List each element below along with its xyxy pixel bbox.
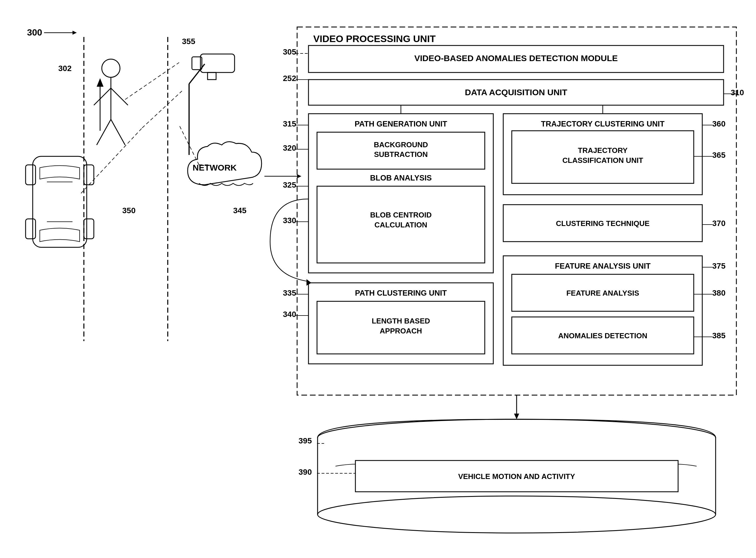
svg-rect-49 xyxy=(308,114,493,273)
svg-rect-88 xyxy=(503,256,702,365)
svg-rect-96 xyxy=(512,317,694,354)
svg-rect-24 xyxy=(192,57,202,70)
svg-text:CALCULATION: CALCULATION xyxy=(374,221,427,229)
svg-text:PATH GENERATION UNIT: PATH GENERATION UNIT xyxy=(355,120,447,128)
svg-text:TRAJECTORY: TRAJECTORY xyxy=(578,146,628,155)
svg-text:302: 302 xyxy=(58,64,72,73)
svg-text:335: 335 xyxy=(283,288,296,297)
svg-text:350: 350 xyxy=(122,206,135,215)
svg-text:APPROACH: APPROACH xyxy=(380,327,422,335)
svg-line-35 xyxy=(81,128,142,193)
svg-text:390: 390 xyxy=(299,467,312,476)
svg-rect-55 xyxy=(317,132,485,169)
svg-rect-15 xyxy=(26,165,35,185)
diagram: 300 302 xyxy=(0,0,756,558)
svg-text:DATA ACQUISITION UNIT: DATA ACQUISITION UNIT xyxy=(465,87,567,97)
svg-text:VIDEO-BASED ANOMALIES DETECTIO: VIDEO-BASED ANOMALIES DETECTION MODULE xyxy=(414,53,618,63)
svg-text:LENGTH BASED: LENGTH BASED xyxy=(372,317,430,325)
svg-text:355: 355 xyxy=(182,37,195,46)
svg-rect-45 xyxy=(308,80,724,105)
svg-text:TRAJECTORY CLUSTERING UNIT: TRAJECTORY CLUSTERING UNIT xyxy=(541,120,665,128)
svg-rect-25 xyxy=(207,73,216,80)
svg-text:360: 360 xyxy=(712,119,726,128)
svg-line-36 xyxy=(142,91,182,128)
svg-text:ANOMALIES DETECTION: ANOMALIES DETECTION xyxy=(558,331,647,340)
svg-rect-16 xyxy=(84,165,94,185)
svg-marker-33 xyxy=(297,174,301,178)
svg-text:CLUSTERING TECHNIQUE: CLUSTERING TECHNIQUE xyxy=(556,219,649,228)
svg-text:FEATURE ANALYSIS: FEATURE ANALYSIS xyxy=(566,289,639,297)
svg-text:385: 385 xyxy=(712,331,726,340)
svg-marker-2 xyxy=(73,31,77,35)
svg-text:370: 370 xyxy=(712,219,726,228)
svg-rect-37 xyxy=(297,27,736,395)
svg-rect-61 xyxy=(317,186,485,263)
svg-text:BACKGROUND: BACKGROUND xyxy=(374,141,428,149)
svg-line-8 xyxy=(111,88,128,105)
svg-point-103 xyxy=(318,419,715,456)
svg-text:NETWORK: NETWORK xyxy=(193,163,237,172)
svg-line-31 xyxy=(179,125,199,165)
svg-text:300: 300 xyxy=(27,27,42,37)
svg-marker-101 xyxy=(514,413,519,419)
svg-point-107 xyxy=(318,496,715,533)
svg-line-34 xyxy=(125,62,179,100)
svg-line-22 xyxy=(189,64,205,84)
svg-text:310: 310 xyxy=(731,88,744,97)
svg-text:DATABASE: DATABASE xyxy=(494,420,539,430)
svg-text:VIDEO PROCESSING UNIT: VIDEO PROCESSING UNIT xyxy=(313,33,436,44)
svg-text:340: 340 xyxy=(283,310,296,319)
svg-rect-84 xyxy=(503,205,702,242)
svg-rect-41 xyxy=(308,46,724,73)
svg-text:380: 380 xyxy=(712,288,726,297)
svg-rect-18 xyxy=(84,219,94,239)
svg-text:CLASSIFICATION UNIT: CLASSIFICATION UNIT xyxy=(562,156,643,164)
svg-rect-23 xyxy=(200,54,234,73)
svg-text:PATH CLUSTERING UNIT: PATH CLUSTERING UNIT xyxy=(355,289,447,297)
svg-text:375: 375 xyxy=(712,261,726,270)
svg-rect-14 xyxy=(33,156,87,247)
svg-rect-75 xyxy=(503,114,702,195)
svg-line-10 xyxy=(111,119,125,145)
svg-text:BLOB ANALYSIS: BLOB ANALYSIS xyxy=(370,174,432,182)
svg-text:345: 345 xyxy=(233,206,247,215)
svg-rect-104 xyxy=(318,438,715,514)
svg-line-9 xyxy=(97,119,111,145)
svg-text:315: 315 xyxy=(283,119,296,128)
svg-point-5 xyxy=(102,59,120,77)
svg-text:SUBTRACTION: SUBTRACTION xyxy=(374,150,428,159)
svg-text:325: 325 xyxy=(283,180,296,189)
svg-rect-72 xyxy=(317,301,485,354)
svg-rect-79 xyxy=(512,131,694,183)
svg-marker-116 xyxy=(306,279,311,286)
svg-text:BLOB CENTROID: BLOB CENTROID xyxy=(370,211,432,219)
svg-rect-92 xyxy=(512,274,694,311)
svg-marker-12 xyxy=(97,78,103,87)
svg-text:305: 305 xyxy=(283,48,296,56)
svg-text:252: 252 xyxy=(283,74,296,83)
svg-text:VEHICLE MOTION AND ACTIVITY: VEHICLE MOTION AND ACTIVITY xyxy=(458,472,575,481)
svg-rect-17 xyxy=(26,219,35,239)
svg-text:320: 320 xyxy=(283,144,296,152)
svg-text:FEATURE ANALYSIS UNIT: FEATURE ANALYSIS UNIT xyxy=(555,262,651,270)
svg-text:330: 330 xyxy=(283,216,296,225)
svg-rect-66 xyxy=(308,283,493,364)
svg-rect-108 xyxy=(355,460,678,492)
svg-text:395: 395 xyxy=(299,436,312,445)
svg-line-7 xyxy=(94,88,111,105)
svg-text:365: 365 xyxy=(712,151,726,159)
